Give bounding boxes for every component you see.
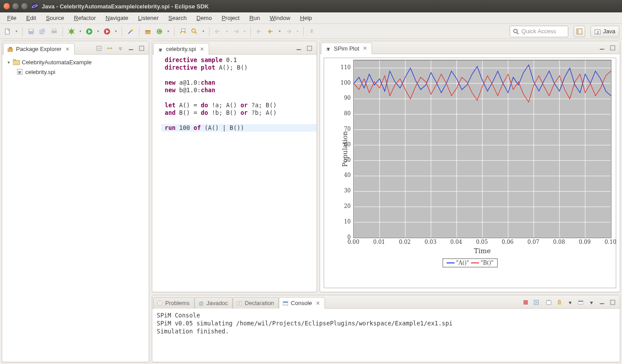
close-icon[interactable]: ✕ [316,300,320,306]
menu-project[interactable]: Project [217,13,244,23]
forward-dropdown[interactable]: ▾ [295,29,300,33]
perspective-java[interactable]: J Java [590,26,619,37]
minimize-view-button[interactable] [598,298,606,307]
view-menu-button[interactable]: ▿ [116,44,125,53]
problems-icon: ! [157,301,162,306]
nav-prev-dropdown[interactable]: ▾ [225,29,229,33]
console-body[interactable]: SPiM Console SPiM v0.05 simulating /home… [152,309,620,362]
tab-declaration[interactable]: Declaration [233,297,279,309]
debug-button[interactable] [67,27,76,36]
menu-refactor[interactable]: Refactor [70,13,100,23]
window-maximize-button[interactable] [21,3,28,9]
run-dropdown[interactable]: ▾ [96,29,100,33]
remove-launch-button[interactable] [532,298,541,307]
open-perspective-button[interactable] [574,26,585,37]
file-label: celebrity.spi [25,69,55,75]
menu-window[interactable]: Window [265,13,295,23]
tab-label: Problems [165,300,190,306]
new-button[interactable] [3,27,12,36]
nav-prev-annotation[interactable] [213,27,223,36]
menu-listener[interactable]: Listener [134,13,163,23]
x-tick: 0.01 [373,239,385,245]
open-console-dropdown[interactable]: ▾ [587,298,596,307]
nav-next-dropdown[interactable]: ▾ [242,29,247,33]
display-selected-console-button[interactable] [576,298,585,307]
perspective-label: Java [603,28,615,35]
window-minimize-button[interactable] [12,3,19,9]
x-tick: 0.06 [502,239,514,245]
menu-demo[interactable]: Demo [192,13,217,23]
plot-area[interactable] [353,60,611,238]
legend-swatch [471,262,479,263]
close-icon[interactable]: ✕ [200,46,204,52]
editor-line: and B() = do !b; B() or ?b; A() [161,109,317,117]
tree-project-row[interactable]: ▾ CelebrityAutomataExample [4,57,147,67]
editor-line: new b@1.0:chan [161,86,317,94]
back-dropdown[interactable]: ▾ [277,29,282,33]
menu-navigate[interactable]: Navigate [101,13,133,23]
editor-line [161,94,317,102]
maximize-view-button[interactable] [608,298,617,307]
wand-button[interactable] [126,27,135,36]
editor-line: new a@1.0:chan [161,79,317,86]
tab-console[interactable]: Console✕ [279,297,325,309]
package-explorer-tree[interactable]: ▾ CelebrityAutomataExample π celebrity.s… [2,55,149,362]
nav-next-annotation[interactable] [231,27,241,36]
debug-dropdown[interactable]: ▾ [78,29,83,33]
maximize-view-button[interactable] [137,44,146,53]
forward-button[interactable] [284,27,293,36]
menu-edit[interactable]: Edit [22,13,40,23]
menu-help[interactable]: Help [296,13,317,23]
menu-source[interactable]: Source [41,13,68,23]
last-edit-button[interactable] [254,27,264,36]
save-all-button[interactable] [38,27,48,36]
scroll-lock-button[interactable] [555,298,564,307]
new-class-dropdown[interactable]: ▾ [166,29,170,33]
view-menu-dropdown[interactable]: ▾ [566,298,574,307]
maximize-view-button[interactable] [608,43,617,52]
tab-label: Console [291,300,312,306]
minimize-view-button[interactable] [127,44,135,53]
tab-javadoc[interactable]: @Javadoc [194,297,233,309]
clear-console-button[interactable] [544,298,553,307]
window-close-button[interactable] [4,3,10,9]
search-button[interactable] [190,27,199,36]
minimize-view-button[interactable] [294,44,303,53]
run-button[interactable] [84,27,94,36]
new-package-button[interactable] [143,27,153,36]
expand-icon[interactable]: ▾ [6,60,11,65]
minimize-view-button[interactable] [598,43,606,52]
quick-access-field[interactable]: Quick Access [510,26,568,37]
close-icon[interactable]: ✕ [65,46,70,52]
menu-search[interactable]: Search [164,13,191,23]
plot-legend: "A()""B()" [442,258,497,267]
close-icon[interactable]: ✕ [363,45,367,51]
menubar: FileEditSourceRefactorNavigateListenerSe… [0,12,622,24]
pin-editor-button[interactable] [307,27,317,36]
maximize-view-button[interactable] [305,44,314,53]
tab-problems[interactable]: !Problems [153,297,194,309]
run-last-dropdown[interactable]: ▾ [114,29,118,33]
terminate-button[interactable] [521,298,530,307]
back-button[interactable] [266,27,276,36]
save-button[interactable] [26,27,36,36]
tree-file-row[interactable]: π celebrity.spi [4,67,147,77]
new-dropdown[interactable]: ▾ [14,29,19,33]
search-dropdown[interactable]: ▾ [201,29,206,33]
run-last-button[interactable] [102,27,112,36]
collapse-all-button[interactable] [95,44,103,53]
svg-text:π: π [326,45,330,51]
print-button[interactable] [49,27,59,36]
spim-plot-panel: π SPim Plot ✕ Population 010203040506070… [320,41,620,292]
open-type-button[interactable] [178,27,188,36]
link-editor-button[interactable] [105,44,114,53]
y-tick: 60 [344,141,351,148]
new-class-button[interactable]: C [155,27,164,36]
plot-tab[interactable]: π SPim Plot ✕ [321,43,372,54]
editor-body[interactable]: directive sample 0.1directive plot A(); … [152,55,317,133]
editor-tab[interactable]: π celebrity.spi ✕ [153,43,209,55]
project-icon [13,59,20,65]
menu-run[interactable]: Run [245,13,265,23]
menu-file[interactable]: File [3,13,21,23]
tab-package-explorer[interactable]: Package Explorer ✕ [3,43,75,55]
